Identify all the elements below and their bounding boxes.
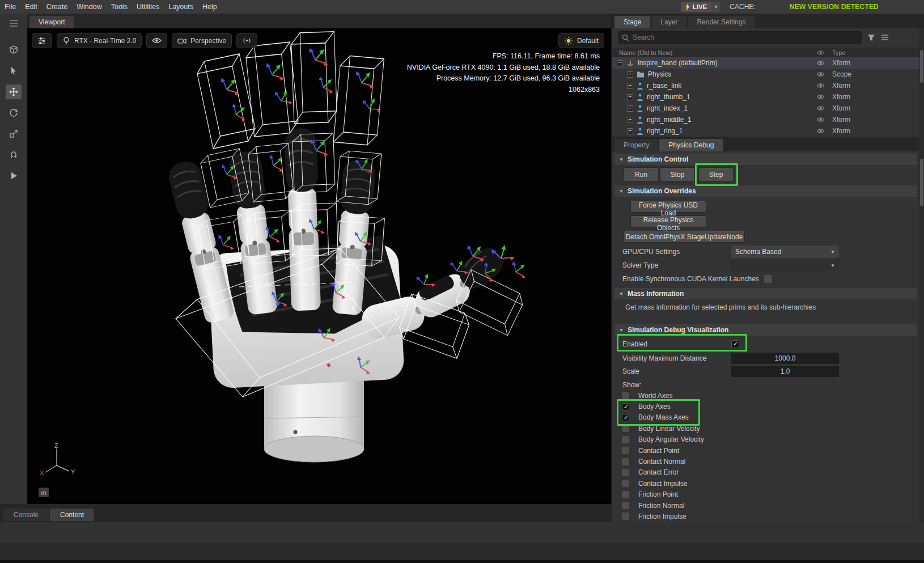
option-row-friction-impulse: Friction Impulse — [612, 511, 924, 522]
menu-edit[interactable]: Edit — [20, 3, 42, 11]
visibility-eye-icon[interactable] — [816, 83, 825, 88]
stop-button[interactable]: Stop — [660, 167, 695, 181]
tab-content[interactable]: Content — [50, 509, 94, 521]
detach-omniphysx-button[interactable]: Detach OmniPhysX StageUpdateNode — [624, 231, 745, 243]
stage-row-right-ring-1[interactable]: + right_ring_1 Xform — [612, 125, 919, 137]
viewport[interactable]: RTX - Real-Time 2.0 Perspective Default … — [27, 28, 611, 504]
play-button[interactable] — [6, 168, 22, 183]
contact-normal-checkbox[interactable] — [622, 458, 629, 465]
contact-error-checkbox[interactable] — [622, 469, 629, 476]
render-preset-select[interactable]: Default — [558, 33, 604, 48]
friction-impulse-checkbox[interactable] — [622, 513, 629, 520]
step-button[interactable]: Step — [698, 167, 734, 181]
tab-stage[interactable]: Stage — [614, 16, 650, 28]
force-physics-usd-load-button[interactable]: Force Physics USD Load — [630, 201, 706, 213]
body-mass-axes-checkbox[interactable] — [622, 414, 629, 421]
visibility-eye-icon[interactable] — [816, 128, 825, 134]
expand-toggle[interactable]: + — [627, 105, 633, 112]
snap-tool-button[interactable] — [6, 147, 22, 162]
camera-select[interactable]: Perspective — [172, 33, 232, 48]
cursor-tool-button[interactable] — [6, 64, 22, 78]
column-visibility-eye-icon — [816, 50, 825, 56]
option-row-friction-point: Friction Point — [612, 489, 924, 500]
stage-options-icon[interactable] — [881, 34, 889, 41]
contact-point-checkbox[interactable] — [622, 447, 629, 454]
menu-create[interactable]: Create — [42, 3, 73, 11]
release-physics-objects-button[interactable]: Release Physics Objects — [630, 215, 706, 227]
expand-toggle[interactable]: + — [627, 94, 633, 100]
stat-fps: FPS: 116.11, Frame time: 8.61 ms — [407, 51, 600, 62]
section-simulation-control[interactable]: ▼ Simulation Control — [614, 154, 917, 165]
tab-render-settings[interactable]: Render Settings — [688, 16, 755, 28]
scrollbar-thumb[interactable] — [920, 159, 923, 206]
visibility-eye-icon[interactable] — [816, 94, 825, 100]
right-panel-scrollbar[interactable] — [919, 28, 924, 522]
expand-toggle[interactable]: + — [627, 83, 633, 89]
gpu-cpu-settings-select[interactable]: Schema Based ▼ — [731, 245, 839, 258]
scale-field[interactable]: 1.0 — [731, 366, 839, 377]
solver-type-select[interactable]: ▼ — [731, 259, 839, 272]
section-simulation-debug-visualization[interactable]: ▼ Simulation Debug Visualization — [614, 324, 917, 336]
menu-utilities[interactable]: Utilities — [132, 3, 164, 11]
scrollbar-thumb[interactable] — [920, 50, 923, 83]
menu-tools[interactable]: Tools — [107, 3, 132, 11]
live-sync-button[interactable] — [236, 33, 257, 48]
tab-layer[interactable]: Layer — [651, 16, 686, 28]
tab-console[interactable]: Console — [3, 509, 49, 521]
friction-point-checkbox[interactable] — [622, 491, 629, 498]
expand-toggle[interactable]: + — [627, 71, 633, 78]
section-mass-information[interactable]: ▼ Mass Information — [614, 288, 917, 299]
filter-icon[interactable] — [867, 34, 875, 41]
world-axes-checkbox[interactable] — [622, 392, 629, 399]
stage-row-physics[interactable]: + Physics Scope — [612, 69, 919, 80]
tab-property[interactable]: Property — [614, 139, 658, 151]
stage-row-inspire-hand[interactable]: − inspire_hand (defaultPrim) Xform — [612, 57, 919, 69]
unit-indicator[interactable]: m — [39, 488, 49, 497]
body-axes-checkbox[interactable] — [622, 403, 629, 410]
stage-row-r-base-link[interactable]: + r_base_link Xform — [612, 80, 919, 91]
orientation-gizmo[interactable]: Z Y X — [35, 443, 76, 479]
rotate-tool-button[interactable] — [6, 105, 22, 120]
run-button[interactable]: Run — [624, 167, 659, 181]
option-label: Contact Error — [638, 468, 679, 476]
cuda-sync-checkbox[interactable] — [764, 275, 772, 283]
visibility-eye-icon[interactable] — [816, 71, 825, 77]
render-preset-label: Default — [577, 37, 599, 45]
visibility-max-distance-field[interactable]: 1000.0 — [731, 353, 839, 364]
section-simulation-overrides[interactable]: ▼ Simulation Overrides — [614, 185, 917, 197]
select-mode-button[interactable] — [6, 43, 22, 57]
body-linear-velocity-checkbox[interactable] — [622, 425, 629, 432]
stage-row-right-middle-1[interactable]: + right_middle_1 Xform — [612, 114, 919, 125]
body-angular-velocity-checkbox[interactable] — [622, 436, 629, 443]
stage-search-box[interactable] — [618, 31, 862, 44]
visibility-eye-icon[interactable] — [816, 60, 825, 66]
renderer-select[interactable]: RTX - Real-Time 2.0 — [57, 33, 142, 48]
expand-toggle[interactable]: + — [627, 128, 633, 134]
scale-tool-button[interactable] — [6, 126, 22, 141]
visibility-eye-icon[interactable] — [816, 105, 825, 111]
stage-row-right-index-1[interactable]: + right_index_1 Xform — [612, 103, 919, 114]
menu-file[interactable]: File — [0, 3, 20, 11]
menu-window[interactable]: Window — [72, 3, 106, 11]
debug-vis-enabled-checkbox[interactable] — [731, 340, 739, 348]
column-name[interactable]: Name (Old to New) — [619, 49, 672, 56]
tab-physics-debug[interactable]: Physics Debug — [659, 139, 723, 151]
stage-search-input[interactable] — [633, 33, 858, 41]
visibility-eye-icon[interactable] — [816, 117, 825, 122]
friction-normal-checkbox[interactable] — [622, 502, 629, 509]
stage-row-right-thumb-1[interactable]: + right_thumb_1 Xform — [612, 91, 919, 103]
viewport-settings-button[interactable] — [32, 33, 52, 48]
expand-toggle[interactable]: + — [627, 117, 633, 123]
live-button[interactable]: LIVE — [681, 2, 712, 12]
live-dropdown-caret[interactable]: ▼ — [711, 2, 720, 12]
toolbar-menu-button[interactable] — [6, 16, 22, 31]
menu-help[interactable]: Help — [198, 3, 222, 11]
move-tool-button[interactable] — [6, 84, 22, 99]
contact-impulse-checkbox[interactable] — [622, 480, 629, 487]
visibility-max-distance-label: Visibility Maximum Distance — [622, 352, 706, 365]
menu-layouts[interactable]: Layouts — [164, 3, 198, 11]
collapse-toggle[interactable]: − — [617, 60, 623, 66]
viewport-tab[interactable]: Viewport — [29, 16, 74, 28]
visibility-menu-button[interactable] — [146, 33, 167, 48]
column-type[interactable]: Type — [832, 49, 846, 56]
